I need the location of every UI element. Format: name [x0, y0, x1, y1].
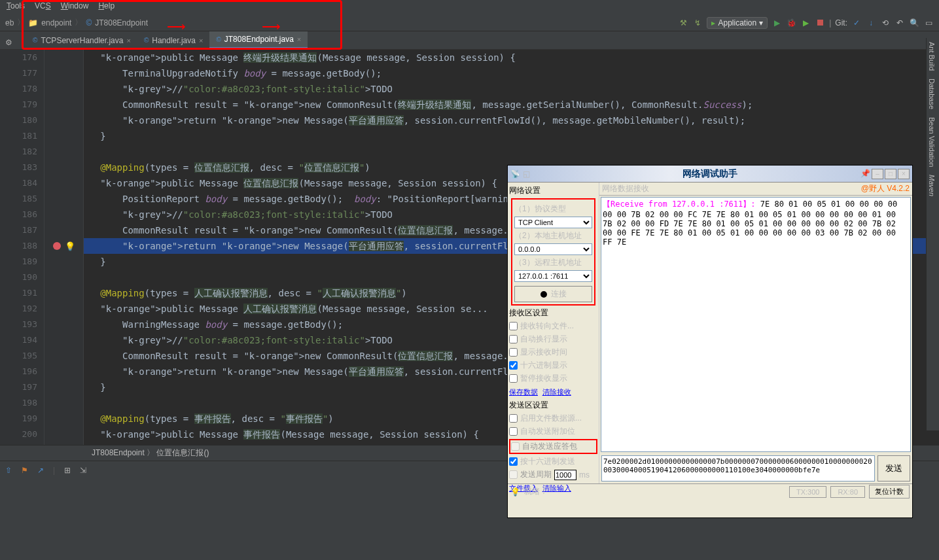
hammer-icon[interactable]: ⚒: [678, 18, 688, 28]
chk-wrap[interactable]: [509, 335, 518, 343]
menu-bar: TToolsools VCS Window Help: [0, 0, 939, 14]
run-icon[interactable]: ▶: [771, 18, 782, 28]
menu-vcs[interactable]: VCS: [35, 1, 51, 13]
collapse-icon[interactable]: ⇲: [80, 466, 86, 475]
local-addr-select[interactable]: 0.0.0.0: [514, 243, 592, 255]
code-line[interactable]: }: [84, 128, 939, 144]
period-input[interactable]: [554, 470, 576, 480]
reset-button[interactable]: 复位计数: [869, 485, 910, 499]
bc-seg-0[interactable]: eb: [5, 18, 14, 27]
save-data-link[interactable]: 保存数据: [509, 388, 538, 396]
net-assistant-window: 📡 ◱ 网络调试助手 📌 – □ × 网络设置 （1）协议类型 TCP Clie…: [507, 165, 913, 518]
icon-gutter: 💡: [44, 50, 84, 445]
menu-tools[interactable]: TToolsools: [7, 1, 25, 13]
close-button[interactable]: ×: [898, 169, 910, 179]
vtab-database[interactable]: Database: [927, 75, 937, 113]
app-icon: 📡: [510, 169, 520, 179]
arrow-icon: ⟶: [167, 18, 186, 34]
pin-icon[interactable]: 📌: [860, 169, 870, 179]
up-icon[interactable]: ⇧: [5, 466, 12, 475]
network-group: （1）协议类型 TCP Client （2）本地主机地址 0.0.0.0 （3）…: [511, 198, 595, 306]
section-send: 发送区设置: [509, 400, 597, 411]
update-icon[interactable]: ↓: [866, 18, 876, 28]
swap-icon[interactable]: ↯: [692, 18, 703, 28]
max-button[interactable]: □: [885, 169, 896, 179]
menu-help[interactable]: Help: [98, 1, 115, 13]
grid-icon[interactable]: ⊞: [64, 466, 71, 475]
protocol-select[interactable]: TCP Client: [514, 217, 592, 228]
drawer-icon[interactable]: ▭: [923, 18, 934, 28]
menu-window[interactable]: Window: [61, 1, 89, 13]
close-icon[interactable]: ×: [297, 35, 301, 43]
right-toolwindow-tabs: Ant Build Database Bean Validation Maven: [926, 38, 939, 430]
chk-hex-send[interactable]: [509, 457, 518, 466]
code-line[interactable]: [84, 144, 939, 160]
tab-jt808endpoint[interactable]: ©JT808Endpoint.java×: [209, 31, 308, 49]
chk-pause[interactable]: [509, 374, 518, 383]
window-titlebar[interactable]: 📡 ◱ 网络调试助手 📌 – □ ×: [508, 166, 912, 183]
send-button[interactable]: 发送: [877, 455, 910, 481]
section-recv: 接收区设置: [509, 307, 597, 319]
nav-bar: eb 〉 📁 endpoint 〉 © JT808Endpoint ⚒ ↯ ▸ …: [0, 14, 939, 31]
section-network: 网络设置: [509, 185, 597, 196]
status-text: 就绪！: [524, 486, 548, 497]
chk-to-file[interactable]: [509, 322, 518, 330]
history-icon[interactable]: ⟲: [880, 18, 891, 28]
remote-addr-select[interactable]: 127.0.0.1 :7611: [514, 270, 592, 282]
git-label: Git:: [835, 18, 847, 27]
close-icon[interactable]: ×: [199, 37, 203, 44]
tab-tcpserverhandler[interactable]: ©TCPServerHandler.java×: [26, 31, 137, 49]
chk-auto-reply: [511, 442, 520, 451]
line-gutter: 1761771781791801811821831841851861871881…: [0, 50, 44, 445]
connect-button[interactable]: 连接: [514, 286, 592, 302]
stop-icon[interactable]: [815, 18, 825, 28]
status-icon: 💡: [510, 487, 520, 497]
chevron-down-icon: ▾: [759, 18, 763, 27]
code-line[interactable]: "k-orange">return "k-orange">new Message…: [84, 113, 939, 128]
chk-hex-disp[interactable]: [509, 361, 518, 370]
bc-seg-1[interactable]: endpoint: [41, 18, 71, 27]
chk-time[interactable]: [509, 348, 518, 357]
recv-title: 网络数据接收: [602, 183, 649, 194]
revert-icon[interactable]: ↶: [895, 18, 905, 28]
chk-auto-extra[interactable]: [509, 427, 518, 436]
rx-counter: RX:80: [830, 486, 865, 498]
editor-tabs: ©TCPServerHandler.java× ©Handler.java× ©…: [0, 31, 939, 50]
tx-counter: TX:300: [789, 486, 826, 498]
window-title: 网络调试助手: [682, 168, 737, 180]
chk-period: [509, 470, 518, 479]
code-line[interactable]: "k-grey">//"color:#a8c023;font-style:ita…: [84, 81, 939, 97]
commit-icon[interactable]: ✓: [851, 18, 862, 28]
recv-textarea[interactable]: 【Receive from 127.0.0.1 :7611】: 7E 80 01…: [601, 197, 911, 452]
cascade-icon[interactable]: ◱: [523, 169, 530, 179]
connect-dot-icon: [540, 291, 547, 298]
bc-seg-2[interactable]: JT808Endpoint: [95, 18, 148, 27]
arrow-icon[interactable]: ↗: [37, 466, 44, 475]
vtab-ant[interactable]: Ant Build: [927, 38, 937, 75]
debug-icon[interactable]: 🐞: [786, 18, 796, 28]
clear-rx-link[interactable]: 清除接收: [542, 388, 571, 396]
send-input[interactable]: 7e0200002d01000000000000007b000000070000…: [601, 455, 875, 481]
min-button[interactable]: –: [872, 169, 883, 179]
vtab-bean[interactable]: Bean Validation: [927, 113, 937, 171]
coverage-icon[interactable]: ▶: [800, 18, 811, 28]
close-icon[interactable]: ×: [126, 37, 130, 44]
arrow-icon: ⟶: [262, 18, 281, 34]
bulb-icon[interactable]: 💡: [65, 241, 75, 251]
run-config-select[interactable]: ▸ Application ▾: [707, 17, 768, 29]
tab-handler[interactable]: ©Handler.java×: [137, 31, 210, 49]
version-label: @野人 V4.2.2: [861, 183, 910, 194]
search-icon[interactable]: 🔍: [909, 18, 919, 28]
chk-file-src[interactable]: [509, 414, 518, 423]
gear-icon[interactable]: ⚙: [5, 38, 12, 47]
code-line[interactable]: TerminalUpgradeNotify body = message.get…: [84, 65, 939, 81]
flag-icon[interactable]: ⚑: [21, 466, 28, 475]
code-line[interactable]: "k-orange">public Message 终端升级结果通知(Messa…: [84, 50, 939, 65]
code-line[interactable]: CommonResult result = "k-orange">new Com…: [84, 97, 939, 113]
breadcrumb: eb 〉 📁 endpoint 〉 © JT808Endpoint: [5, 17, 148, 28]
breakpoint-icon[interactable]: [53, 242, 61, 250]
vtab-maven[interactable]: Maven: [927, 171, 937, 200]
